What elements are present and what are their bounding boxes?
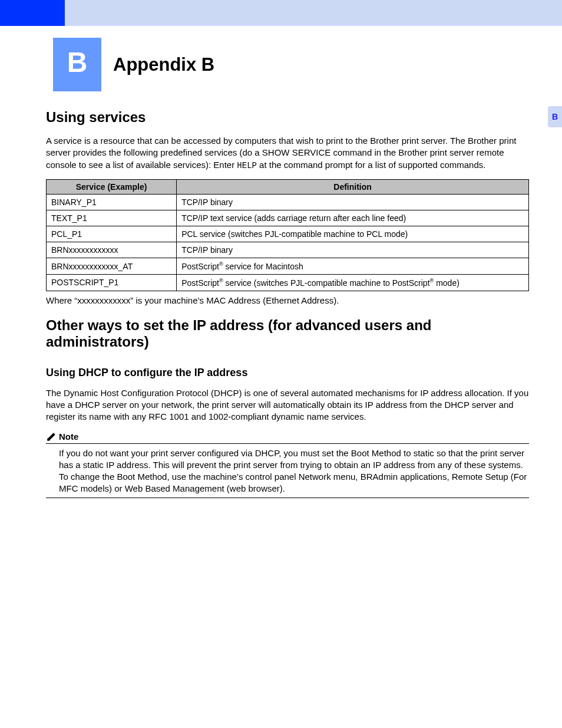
- table-row: BINARY_P1 TCP/IP binary: [47, 195, 529, 210]
- cell-service: TEXT_P1: [47, 210, 177, 226]
- heading-using-services: Using services: [46, 109, 529, 126]
- cell-service: PCL_P1: [47, 226, 177, 242]
- top-bar-accent: [0, 0, 65, 26]
- cell-service: BINARY_P1: [47, 195, 177, 210]
- header-spacer: [0, 38, 53, 91]
- note-block: Note If you do not want your print serve…: [46, 431, 529, 498]
- table-row: PCL_P1 PCL service (switches PJL-compati…: [47, 226, 529, 242]
- page-content: Using services A service is a resource t…: [0, 109, 562, 498]
- note-label: Note: [59, 431, 83, 442]
- cell-definition: PCL service (switches PJL-compatible mac…: [177, 226, 529, 242]
- heading-other-ways: Other ways to set the IP address (for ad…: [46, 317, 529, 350]
- table-row: BRNxxxxxxxxxxxx_AT PostScript® service f…: [47, 258, 529, 275]
- services-intro: A service is a resource that can be acce…: [46, 135, 529, 171]
- appendix-header: B Appendix B: [0, 38, 562, 91]
- table-row: TEXT_P1 TCP/IP text service (adds carria…: [47, 210, 529, 226]
- cell-definition: PostScript® service for Macintosh: [177, 258, 529, 275]
- cell-definition: PostScript® service (switches PJL-compat…: [177, 275, 529, 291]
- col-definition: Definition: [177, 180, 529, 195]
- appendix-title: Appendix B: [101, 38, 214, 91]
- appendix-badge: B: [53, 38, 101, 91]
- top-bar: [0, 0, 562, 26]
- cell-service: BRNxxxxxxxxxxxx_AT: [47, 258, 177, 275]
- intro-post: at the command prompt for a list of supp…: [257, 160, 486, 170]
- mac-address-footnote: Where “xxxxxxxxxxxx” is your machine’s M…: [46, 295, 529, 307]
- note-header: Note: [46, 431, 529, 442]
- cell-definition: TCP/IP text service (adds carriage retur…: [177, 210, 529, 226]
- cell-definition: TCP/IP binary: [177, 195, 529, 210]
- col-service: Service (Example): [47, 180, 177, 195]
- heading-dhcp: Using DHCP to configure the IP address: [46, 367, 529, 379]
- cell-service: POSTSCRIPT_P1: [47, 275, 177, 291]
- note-icon: [46, 431, 57, 442]
- cell-service: BRNxxxxxxxxxxxx: [47, 242, 177, 258]
- dhcp-body: The Dynamic Host Configuration Protocol …: [46, 387, 529, 423]
- top-bar-light: [65, 0, 562, 26]
- note-rule-top: [46, 443, 529, 444]
- note-text: If you do not want your print server con…: [46, 447, 529, 495]
- side-tab-b: B: [548, 106, 562, 127]
- help-command: HELP: [237, 161, 257, 170]
- cell-definition: TCP/IP binary: [177, 242, 529, 258]
- table-header-row: Service (Example) Definition: [47, 180, 529, 195]
- table-row: POSTSCRIPT_P1 PostScript® service (switc…: [47, 275, 529, 291]
- note-rule-bottom: [46, 498, 529, 498]
- table-row: BRNxxxxxxxxxxxx TCP/IP binary: [47, 242, 529, 258]
- services-table: Service (Example) Definition BINARY_P1 T…: [46, 179, 529, 291]
